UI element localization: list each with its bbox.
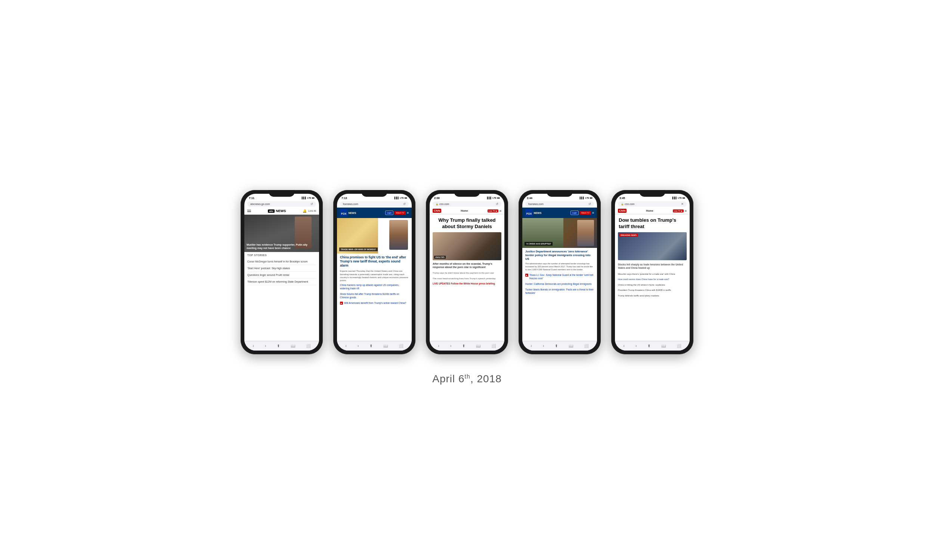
- bookmarks-icon-cnn1[interactable]: 📖: [476, 344, 481, 348]
- address-bar-fox1[interactable]: foxnews.com ↺: [340, 201, 409, 207]
- reload-icon-abc[interactable]: ↺: [310, 202, 313, 206]
- share-icon-abc[interactable]: ⬆: [277, 344, 280, 348]
- fox-headline-2[interactable]: Justice Department announces 'zero toler…: [522, 248, 597, 263]
- abc-story-0[interactable]: Conor McGregor turns himself in for Broo…: [247, 258, 316, 265]
- tabs-icon-fox2[interactable]: ⬜: [584, 344, 589, 348]
- date-label: April 6th, 2018: [432, 373, 502, 385]
- fox-header-1: FOX NEWS Login Watch TV ≡: [337, 208, 412, 218]
- notch-cnn1: [454, 190, 480, 197]
- tabs-icon-cnn1[interactable]: ⬜: [491, 344, 496, 348]
- signal-cnn2: ▌▌▌ LTE ■■: [672, 197, 685, 199]
- cnn-logo-1: CNN: [433, 209, 441, 213]
- fox-hero-1: TRADE WAR--OR WAR OF WORDS?: [337, 218, 412, 254]
- abc-right-icons: 🔔 LOG IN: [303, 209, 316, 213]
- signal-cnn1: ▌▌▌ LTE ■■: [487, 197, 500, 199]
- close-icon-cnn2[interactable]: ✕: [681, 202, 684, 206]
- fox-menu-icon-2[interactable]: ≡: [592, 211, 594, 215]
- forward-icon-cnn1[interactable]: ›: [450, 344, 451, 348]
- fox-video-icon-2: ▶: [525, 274, 528, 277]
- tabs-icon-fox1[interactable]: ⬜: [399, 344, 403, 348]
- cnn-logo-2: CNN: [618, 209, 627, 213]
- fox-links-2: ▶ Texas Lt. Gov.: Keep National Guard at…: [522, 272, 597, 295]
- cnn-breaking-text-2: Stocks fell sharply as trade tensions be…: [615, 262, 690, 270]
- fox-video-link[interactable]: ▶ Will Americans benefit from Trump's ac…: [337, 300, 412, 306]
- fox-link-2-0[interactable]: Texas Lt. Gov.: Keep National Guard at t…: [529, 273, 594, 280]
- forward-icon-fox1[interactable]: ›: [358, 344, 359, 348]
- back-icon-abc[interactable]: ‹: [253, 344, 254, 348]
- forward-icon-abc[interactable]: ›: [265, 344, 266, 348]
- fox-link-1-1[interactable]: Stock futures fall after Trump threatens…: [337, 291, 412, 300]
- cnn-breaking-badge: BREAKING NEWS: [620, 234, 638, 237]
- cnn-header-1: CNN Home Live TV ▶ ≡: [430, 208, 504, 214]
- login-abc[interactable]: LOG IN: [308, 210, 316, 212]
- cnn-header-right-1: Live TV ▶ ≡: [487, 209, 501, 213]
- reload-icon-fox2[interactable]: ↺: [589, 202, 591, 206]
- address-bar-cnn1[interactable]: 🔒 cnn.com ↺: [433, 201, 501, 207]
- abc-story-3[interactable]: Tillerson spent $12M on reforming State …: [247, 278, 316, 285]
- cnn2-link-2[interactable]: China is hitting the US where it hurts: …: [615, 282, 690, 288]
- back-icon-fox2[interactable]: ‹: [531, 344, 532, 348]
- cnn2-link-3[interactable]: President Trump threatens China with $10…: [615, 288, 690, 293]
- bookmarks-icon-fox2[interactable]: 📖: [569, 344, 573, 348]
- reload-icon-cnn1[interactable]: ↺: [496, 202, 498, 206]
- cnn2-link-0[interactable]: Mnuchin says there's 'potential for a tr…: [615, 271, 690, 277]
- screen-fox1: FOX NEWS Login Watch TV ≡ TRADE WAR--OR …: [337, 208, 412, 341]
- bookmarks-icon-fox1[interactable]: 📖: [383, 344, 388, 348]
- cnn2-link-4[interactable]: Trump defends tariffs amid jittery marke…: [615, 293, 690, 298]
- share-icon-fox2[interactable]: ⬆: [555, 344, 558, 348]
- browser-bottom-fox1: ‹ › ⬆ 📖 ⬜: [337, 341, 412, 351]
- url-fox1: foxnews.com: [343, 203, 358, 205]
- time-cnn2: 3:45: [620, 196, 625, 200]
- phone-inner-abc: 7:11 ▌▌▌ LTE ■■ abcnews.go.com ↺ abc NEW…: [244, 194, 319, 351]
- cnn-main-headline-2[interactable]: Dow tumbles on Trump's tariff threat: [615, 214, 690, 232]
- fox-watch-btn[interactable]: Watch TV: [395, 211, 406, 215]
- bookmarks-icon-abc[interactable]: 📖: [291, 344, 295, 348]
- fox-link-1-0[interactable]: China hackers ramp up attacks against US…: [337, 282, 412, 291]
- share-icon-cnn1[interactable]: ⬆: [462, 344, 465, 348]
- notch-fox1: [361, 190, 387, 197]
- phone-fox2: 3:44 ▌▌▌ LTE ■■ foxnews.com ↺ FOX NEWS L…: [519, 190, 601, 354]
- fox-header-btns-2: Login Watch TV ≡: [570, 211, 594, 215]
- back-icon-cnn2[interactable]: ‹: [624, 344, 625, 348]
- back-icon-fox1[interactable]: ‹: [345, 344, 347, 348]
- address-bar-fox2[interactable]: foxnews.com ↺: [525, 201, 594, 207]
- tabs-icon-cnn2[interactable]: ⬜: [677, 344, 681, 348]
- share-icon-fox1[interactable]: ⬆: [370, 344, 373, 348]
- fox-headline-1[interactable]: China promises to fight US to 'the end' …: [337, 254, 412, 269]
- bell-icon-abc[interactable]: 🔔: [303, 209, 307, 213]
- signal-fox2: ▌▌▌ LTE ■■: [580, 197, 593, 199]
- fox-watch-btn-2[interactable]: Watch TV: [580, 211, 591, 215]
- forward-icon-fox2[interactable]: ›: [543, 344, 544, 348]
- phone-cnn2: 3:45 ▌▌▌ LTE ■■ 🔒 cnn.com ✕ CNN Home Liv…: [611, 190, 694, 354]
- url-abc: abcnews.go.com: [250, 203, 270, 205]
- abc-story-1[interactable]: 'Start Here' podcast: Sky-high stakes: [247, 265, 316, 272]
- address-bar-cnn2[interactable]: 🔒 cnn.com ✕: [618, 201, 687, 207]
- cnn-menu-icon-2[interactable]: ≡: [685, 209, 687, 213]
- back-icon-cnn1[interactable]: ‹: [438, 344, 439, 348]
- share-icon-cnn2[interactable]: ⬆: [647, 344, 650, 348]
- abc-logo-group: abc NEWS: [268, 209, 286, 213]
- forward-icon-cnn2[interactable]: ›: [635, 344, 637, 348]
- cnn-sub-text-1[interactable]: After months of silence on the scandal, …: [430, 260, 504, 271]
- cnn-analysis-badge: ANALYSIS: [434, 256, 446, 259]
- cnn-live-badge-1: Live TV ▶: [487, 209, 498, 212]
- fox-news-text-2: NEWS: [533, 212, 541, 214]
- tabs-icon-abc[interactable]: ⬜: [306, 344, 310, 348]
- abc-hero-image: Mueller has evidence Trump supporter, Pu…: [244, 215, 319, 252]
- abc-story-2[interactable]: Questions linger around Pruitt rental: [247, 272, 316, 278]
- cnn-menu-icon-1[interactable]: ≡: [499, 209, 501, 213]
- fox-login-btn-2[interactable]: Login: [570, 211, 579, 215]
- cnn-main-headline-1[interactable]: Why Trump finally talked about Stormy Da…: [430, 214, 504, 232]
- fox-login-btn[interactable]: Login: [385, 211, 393, 215]
- address-bar-abc[interactable]: abcnews.go.com ↺: [247, 201, 316, 207]
- cnn2-link-1[interactable]: How much ammo does China have for a trad…: [615, 277, 690, 282]
- fox-link-1-2[interactable]: Will Americans benefit from Trump's acti…: [344, 301, 406, 305]
- menu-icon-abc[interactable]: [247, 210, 251, 212]
- browser-bottom-abc: ‹ › ⬆ 📖 ⬜: [244, 341, 319, 351]
- cnn-live-updates-1[interactable]: LIVE UPDATES Follow the White House pres…: [430, 281, 504, 286]
- bookmarks-icon-cnn2[interactable]: 📖: [661, 344, 666, 348]
- reload-icon-fox1[interactable]: ↺: [403, 202, 406, 206]
- fox-menu-icon[interactable]: ≡: [407, 211, 409, 215]
- fox-link-2-2[interactable]: Tucker blasts liberals on immigration: '…: [522, 287, 597, 296]
- fox-link-2-1[interactable]: Hunter: California Democrats are protect…: [522, 281, 597, 287]
